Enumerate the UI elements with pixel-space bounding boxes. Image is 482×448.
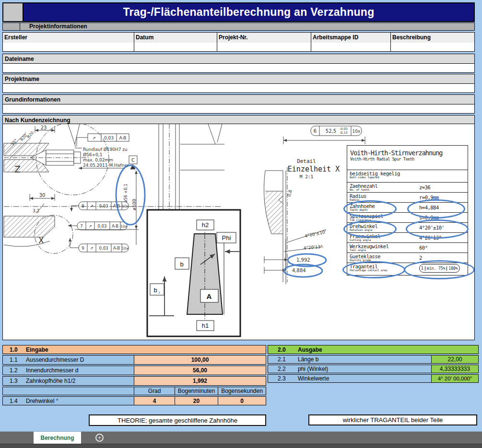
voith-hirth-table: Voith-Hirth-Stirnverzahnung Voith-Hirth … <box>347 145 468 276</box>
dia56-label: ø56 +0,1 <box>123 184 128 202</box>
dateiname-input-cell[interactable] <box>3 64 474 72</box>
arbeitsmappe-id-input-cell[interactable] <box>311 43 390 51</box>
voith-title: Voith-Hirth-Stirnverzahnung <box>350 149 465 157</box>
view-z-label: Z <box>14 164 21 174</box>
voith-val-4: s=0,9mm <box>419 215 439 220</box>
angle-tol-label: 4°20'±10' <box>304 230 327 239</box>
input-table-header: 1.0 Eingabe <box>2 345 266 354</box>
traganteil-p1: 1 <box>420 266 425 271</box>
ersteller-input-cell[interactable] <box>3 43 134 51</box>
title-row: Trag-/Flächenanteilberechnung an Verzahn… <box>2 2 475 22</box>
row-1-4-label: Drehwinkel ° <box>26 398 59 404</box>
label-b: b <box>180 261 183 268</box>
aussendurchmesser-value-cell[interactable]: 100,00 <box>134 356 266 364</box>
callout-8-datum: A-B <box>113 204 120 208</box>
row-2-2-label: phi (Winkel) <box>298 366 328 372</box>
detail-scale: M 2:1 <box>300 174 314 179</box>
r20-b-label: R20 <box>26 131 35 139</box>
output-table: 2.0 Ausgabe 2.1 Länge b 22,00 2.2 phi (W… <box>268 345 479 384</box>
zahnkopfhoehe-value-cell[interactable]: 1,992 <box>134 377 266 385</box>
row-1-4-num: 1.4 <box>3 398 26 404</box>
datum-input-cell[interactable] <box>134 43 217 51</box>
theorie-button[interactable]: THEORIE; gesamte geschliffene Zahnhöhe <box>89 414 266 426</box>
detail-title-2: Einzelheit X <box>288 165 340 173</box>
input-table: 1.0 Eingabe 1.1 Aussendurchmesser D 100,… <box>2 345 266 406</box>
runout-note-2: Ø56+0,1 <box>83 152 102 157</box>
arbeitsmappe-id-header: Arbeitsmappe ID <box>311 33 390 43</box>
callout-8-symbol-icon: ↗ <box>90 204 93 208</box>
column-beschreibung: Beschreibung <box>391 33 474 51</box>
drehwinkel-minuten-cell[interactable]: 20 <box>175 397 218 405</box>
dim-08-label: 0,8 <box>286 189 293 197</box>
voith-row-werkzeugwinkel: Werkzeugwinkel Tool angle 60° <box>347 242 468 253</box>
add-sheet-icon[interactable]: + <box>95 434 104 442</box>
beschreibung-input-cell[interactable] <box>391 43 474 51</box>
voith-en-3: Tooth depth <box>350 208 468 211</box>
projektname-input-cell[interactable] <box>3 84 474 92</box>
row-2-3-label: Winkelwerte <box>298 375 329 382</box>
output-table-header: 2.0 Ausgabe <box>268 345 479 354</box>
input-header-num: 1.0 <box>3 346 26 353</box>
voith-row-zaehnezahl: Zaehnezahl No. of teeth z=36 <box>347 182 468 192</box>
callout-top-tol: 0,03 <box>104 136 114 140</box>
title-band: Trag-/Flächenanteilberechnung an Verzahn… <box>24 3 474 21</box>
dateiname-section: Dateiname <box>2 54 475 73</box>
runout-note-3: max. 0,02mm <box>83 158 113 162</box>
row-1-1-label: Aussendurchmesser D <box>26 356 84 363</box>
row-1-2-label: Innendurchmesser d <box>26 367 78 374</box>
column-ersteller: Ersteller <box>3 33 134 51</box>
callout-8-count: 10x <box>122 204 129 208</box>
row-2-2-num: 2.2 <box>268 366 298 372</box>
dateiname-label: Dateiname <box>3 54 474 64</box>
runout-note-4: 24.05.2011 M.Hafner <box>83 163 129 168</box>
input-row-1-2: 1.2 Innendurchmesser d 56,00 <box>2 366 266 375</box>
spreadsheet-page: Trag-/Flächenanteilberechnung an Verzahn… <box>0 0 482 448</box>
voith-row-gueteklasse: Gueteklasse Quality grade 2 <box>347 253 468 263</box>
traganteil-p2: min. 75% <box>425 266 447 271</box>
label-phi: Phi <box>222 234 231 241</box>
projekt-nr-header: Projekt-Nr. <box>217 33 311 43</box>
voith-subtitle: Voith-Hirth Radial Spur Teeth <box>350 157 465 161</box>
callout-9-count: 10x <box>122 246 129 251</box>
projekt-nr-input-cell[interactable] <box>217 43 311 51</box>
label-bi-main: b <box>153 287 157 294</box>
voith-en-1: No. of teeth <box>350 188 468 191</box>
callout-6-count: 10x <box>353 129 361 134</box>
callout-9-datum: A-B <box>113 246 120 251</box>
voith-row-radius: Radius Radius r=0,9mm <box>347 192 468 202</box>
corner-cell <box>3 3 24 21</box>
grad-header: Grad <box>134 387 175 395</box>
voith-row-traganteil: Traganteil Percentage contact area 1 min… <box>347 263 468 273</box>
voith-en-8: Quality grade <box>350 259 468 262</box>
drehwinkel-sekunden-cell[interactable]: 0 <box>218 397 266 405</box>
callout-6-tol-lower: -0,15 <box>340 131 348 135</box>
label-h2: h2 <box>202 221 209 229</box>
callout-6-tol-upper: -0,05 <box>340 127 348 131</box>
page-title: Trag-/Flächenanteilberechnung an Verzahn… <box>123 6 374 19</box>
angle-columns-row: Grad Bogenminuten Bogensekunden <box>2 387 266 395</box>
voith-en-5: Rotation angle <box>350 229 468 231</box>
tab-berechnung[interactable]: Berechnung <box>34 432 81 444</box>
runout-note-1: Rundlauf Ø190H7 zu <box>83 147 128 152</box>
voith-en-4: Tip clearance <box>350 218 468 221</box>
output-row-2-2: 2.2 phi (Winkel) 4,33333333 <box>268 365 479 373</box>
label-a: A <box>207 292 212 300</box>
voith-val-7: 60° <box>419 245 427 251</box>
voith-en-0: Both sides tapered <box>350 176 468 179</box>
voith-title-block: Voith-Hirth-Stirnverzahnung Voith-Hirth … <box>347 146 468 170</box>
innendurchmesser-value-cell[interactable]: 56,00 <box>134 366 266 375</box>
phi-winkel-value-cell: 4,33333333 <box>431 365 478 373</box>
voith-val-3: h=4,884 <box>419 205 439 210</box>
voith-val-1: z=36 <box>419 184 430 190</box>
drehwinkel-grad-cell[interactable]: 4 <box>134 397 175 405</box>
traganteil-p3: 100% <box>447 266 459 271</box>
output-row-2-1: 2.1 Länge b 22,00 <box>268 355 479 364</box>
callout-9-tol: 0,03 <box>99 246 108 251</box>
bogenminuten-header: Bogenminuten <box>175 387 218 395</box>
project-columns-row: Ersteller Datum Projekt-Nr. Arbeitsmappe… <box>2 32 475 52</box>
traganteil-value-box: 1 min. 75% 100% <box>419 264 460 273</box>
output-header-num: 2.0 <box>268 346 298 353</box>
traganteil-button[interactable]: wirklicher TRAGANTEIL beider Teile <box>308 414 477 425</box>
runout-symbol-icon: ↗ <box>92 136 96 140</box>
grundinformationen-input-cell[interactable] <box>3 104 474 113</box>
